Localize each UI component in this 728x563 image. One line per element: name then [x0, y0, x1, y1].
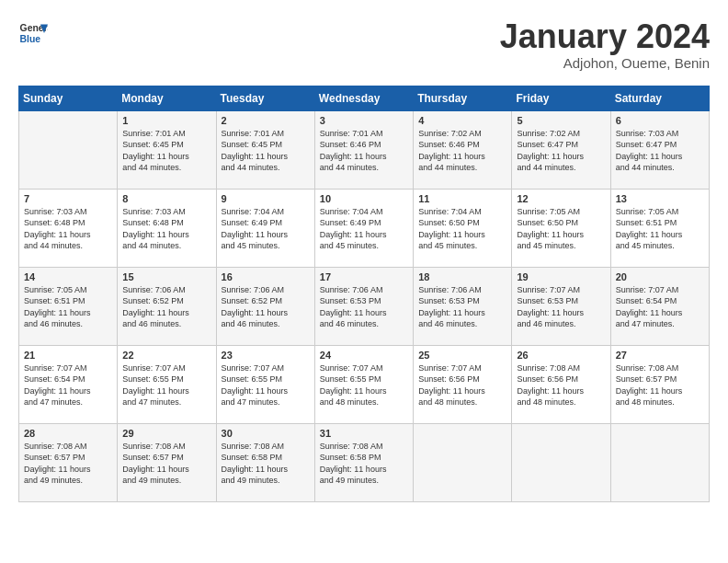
day-number: 5: [517, 115, 605, 126]
day-info: Sunrise: 7:06 AM Sunset: 6:53 PM Dayligh…: [418, 284, 506, 330]
day-number: 31: [320, 428, 408, 439]
day-info: Sunrise: 7:02 AM Sunset: 6:47 PM Dayligh…: [517, 128, 605, 174]
day-info: Sunrise: 7:08 AM Sunset: 6:58 PM Dayligh…: [320, 441, 408, 487]
calendar-day-cell: 28Sunrise: 7:08 AM Sunset: 6:57 PM Dayli…: [19, 423, 118, 501]
weekday-header-cell: Wednesday: [314, 86, 413, 110]
weekday-header-cell: Friday: [512, 86, 610, 110]
logo-icon: General Blue: [18, 18, 48, 48]
day-info: Sunrise: 7:05 AM Sunset: 6:51 PM Dayligh…: [616, 206, 704, 252]
calendar-table: SundayMondayTuesdayWednesdayThursdayFrid…: [18, 86, 710, 502]
calendar-week-row: 7Sunrise: 7:03 AM Sunset: 6:48 PM Daylig…: [19, 189, 710, 267]
month-title: January 2024: [500, 18, 710, 55]
day-info: Sunrise: 7:04 AM Sunset: 6:49 PM Dayligh…: [320, 206, 408, 252]
day-info: Sunrise: 7:04 AM Sunset: 6:50 PM Dayligh…: [418, 206, 506, 252]
day-number: 3: [320, 115, 408, 126]
weekday-header-cell: Thursday: [414, 86, 512, 110]
svg-text:Blue: Blue: [20, 34, 41, 44]
calendar-day-cell: 21Sunrise: 7:07 AM Sunset: 6:54 PM Dayli…: [19, 345, 118, 423]
day-number: 11: [418, 193, 506, 204]
title-block: January 2024 Adjohon, Oueme, Benin: [500, 18, 710, 71]
day-number: 1: [122, 115, 210, 126]
calendar-day-cell: 7Sunrise: 7:03 AM Sunset: 6:48 PM Daylig…: [19, 189, 118, 267]
day-number: 6: [616, 115, 704, 126]
calendar-day-cell: 15Sunrise: 7:06 AM Sunset: 6:52 PM Dayli…: [118, 267, 216, 345]
page-header: General Blue January 2024 Adjohon, Oueme…: [18, 18, 710, 71]
day-number: 7: [24, 193, 112, 204]
calendar-day-cell: 13Sunrise: 7:05 AM Sunset: 6:51 PM Dayli…: [610, 189, 709, 267]
day-info: Sunrise: 7:08 AM Sunset: 6:57 PM Dayligh…: [616, 362, 704, 408]
calendar-week-row: 14Sunrise: 7:05 AM Sunset: 6:51 PM Dayli…: [19, 267, 710, 345]
calendar-day-cell: 22Sunrise: 7:07 AM Sunset: 6:55 PM Dayli…: [118, 345, 216, 423]
calendar-week-row: 1Sunrise: 7:01 AM Sunset: 6:45 PM Daylig…: [19, 110, 710, 189]
calendar-day-cell: 25Sunrise: 7:07 AM Sunset: 6:56 PM Dayli…: [414, 345, 512, 423]
day-info: Sunrise: 7:08 AM Sunset: 6:58 PM Dayligh…: [222, 441, 310, 487]
day-number: 14: [24, 271, 112, 282]
weekday-header-cell: Tuesday: [216, 86, 314, 110]
calendar-body: 1Sunrise: 7:01 AM Sunset: 6:45 PM Daylig…: [19, 110, 710, 501]
day-info: Sunrise: 7:07 AM Sunset: 6:56 PM Dayligh…: [418, 362, 506, 408]
day-number: 27: [616, 350, 704, 361]
logo: General Blue: [18, 18, 48, 48]
day-info: Sunrise: 7:06 AM Sunset: 6:53 PM Dayligh…: [320, 284, 408, 330]
day-number: 18: [418, 271, 506, 282]
calendar-day-cell: 5Sunrise: 7:02 AM Sunset: 6:47 PM Daylig…: [512, 110, 610, 189]
day-number: 29: [122, 428, 210, 439]
day-info: Sunrise: 7:07 AM Sunset: 6:54 PM Dayligh…: [24, 362, 112, 408]
day-number: 21: [24, 350, 112, 361]
day-info: Sunrise: 7:07 AM Sunset: 6:54 PM Dayligh…: [616, 284, 704, 330]
day-number: 2: [222, 115, 310, 126]
day-number: 25: [418, 350, 506, 361]
day-info: Sunrise: 7:03 AM Sunset: 6:47 PM Dayligh…: [616, 128, 704, 174]
day-info: Sunrise: 7:07 AM Sunset: 6:55 PM Dayligh…: [222, 362, 310, 408]
calendar-day-cell: 4Sunrise: 7:02 AM Sunset: 6:46 PM Daylig…: [414, 110, 512, 189]
day-info: Sunrise: 7:01 AM Sunset: 6:46 PM Dayligh…: [320, 128, 408, 174]
calendar-week-row: 28Sunrise: 7:08 AM Sunset: 6:57 PM Dayli…: [19, 423, 710, 501]
calendar-day-cell: 2Sunrise: 7:01 AM Sunset: 6:45 PM Daylig…: [216, 110, 314, 189]
day-info: Sunrise: 7:08 AM Sunset: 6:57 PM Dayligh…: [24, 441, 112, 487]
weekday-header-row: SundayMondayTuesdayWednesdayThursdayFrid…: [19, 86, 710, 110]
day-number: 19: [517, 271, 605, 282]
calendar-day-cell: 8Sunrise: 7:03 AM Sunset: 6:48 PM Daylig…: [118, 189, 216, 267]
calendar-week-row: 21Sunrise: 7:07 AM Sunset: 6:54 PM Dayli…: [19, 345, 710, 423]
calendar-day-cell: 1Sunrise: 7:01 AM Sunset: 6:45 PM Daylig…: [118, 110, 216, 189]
day-number: 22: [122, 350, 210, 361]
calendar-day-cell: 31Sunrise: 7:08 AM Sunset: 6:58 PM Dayli…: [314, 423, 413, 501]
day-number: 13: [616, 193, 704, 204]
calendar-day-cell: 10Sunrise: 7:04 AM Sunset: 6:49 PM Dayli…: [314, 189, 413, 267]
day-info: Sunrise: 7:01 AM Sunset: 6:45 PM Dayligh…: [122, 128, 210, 174]
calendar-day-cell: 9Sunrise: 7:04 AM Sunset: 6:49 PM Daylig…: [216, 189, 314, 267]
day-info: Sunrise: 7:08 AM Sunset: 6:57 PM Dayligh…: [122, 441, 210, 487]
calendar-day-cell: 17Sunrise: 7:06 AM Sunset: 6:53 PM Dayli…: [314, 267, 413, 345]
day-number: 12: [517, 193, 605, 204]
calendar-day-cell: 11Sunrise: 7:04 AM Sunset: 6:50 PM Dayli…: [414, 189, 512, 267]
day-info: Sunrise: 7:06 AM Sunset: 6:52 PM Dayligh…: [222, 284, 310, 330]
day-info: Sunrise: 7:01 AM Sunset: 6:45 PM Dayligh…: [222, 128, 310, 174]
day-number: 17: [320, 271, 408, 282]
calendar-day-cell: 24Sunrise: 7:07 AM Sunset: 6:55 PM Dayli…: [314, 345, 413, 423]
day-info: Sunrise: 7:07 AM Sunset: 6:55 PM Dayligh…: [122, 362, 210, 408]
day-number: 9: [222, 193, 310, 204]
day-number: 15: [122, 271, 210, 282]
weekday-header-cell: Saturday: [610, 86, 709, 110]
day-info: Sunrise: 7:03 AM Sunset: 6:48 PM Dayligh…: [24, 206, 112, 252]
calendar-day-cell: 12Sunrise: 7:05 AM Sunset: 6:50 PM Dayli…: [512, 189, 610, 267]
calendar-day-cell: 26Sunrise: 7:08 AM Sunset: 6:56 PM Dayli…: [512, 345, 610, 423]
day-info: Sunrise: 7:06 AM Sunset: 6:52 PM Dayligh…: [122, 284, 210, 330]
day-info: Sunrise: 7:03 AM Sunset: 6:48 PM Dayligh…: [122, 206, 210, 252]
day-number: 20: [616, 271, 704, 282]
day-info: Sunrise: 7:07 AM Sunset: 6:53 PM Dayligh…: [517, 284, 605, 330]
day-number: 30: [222, 428, 310, 439]
day-number: 28: [24, 428, 112, 439]
location-subtitle: Adjohon, Oueme, Benin: [500, 55, 710, 71]
day-info: Sunrise: 7:04 AM Sunset: 6:49 PM Dayligh…: [222, 206, 310, 252]
weekday-header-cell: Monday: [118, 86, 216, 110]
day-info: Sunrise: 7:05 AM Sunset: 6:51 PM Dayligh…: [24, 284, 112, 330]
day-number: 10: [320, 193, 408, 204]
day-info: Sunrise: 7:02 AM Sunset: 6:46 PM Dayligh…: [418, 128, 506, 174]
calendar-day-cell: [19, 110, 118, 189]
day-number: 16: [222, 271, 310, 282]
day-number: 4: [418, 115, 506, 126]
day-number: 26: [517, 350, 605, 361]
day-info: Sunrise: 7:05 AM Sunset: 6:50 PM Dayligh…: [517, 206, 605, 252]
calendar-day-cell: 27Sunrise: 7:08 AM Sunset: 6:57 PM Dayli…: [610, 345, 709, 423]
